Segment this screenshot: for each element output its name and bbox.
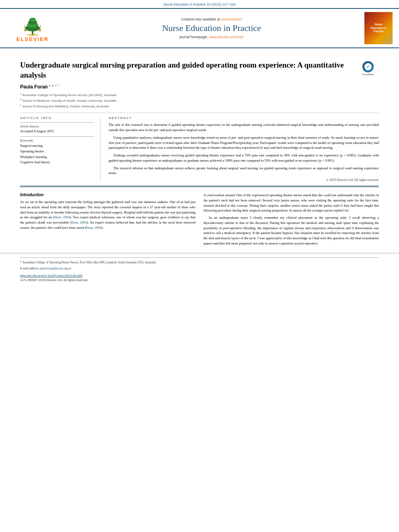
article-title: Undergraduate surgical nursing preparati…	[20, 60, 379, 80]
crossmark-badge[interactable]: ✓ CrossMark	[357, 60, 379, 76]
copyright-line: © 2015 Elsevier Ltd. All rights reserved…	[109, 178, 379, 182]
intro-para-3: As an undergraduate nurse I clearly reme…	[204, 215, 379, 246]
crossmark-symbol: ✓	[366, 65, 370, 69]
accepted-date: Accepted 9 August 2015	[20, 129, 95, 133]
article-info-abstract-section: ARTICLE INFO Article history: Accepted 9…	[20, 113, 379, 182]
author-superscript: a, b, c, *	[49, 84, 60, 87]
abstract-para-1: The aim of this research was to determin…	[109, 122, 379, 133]
divider	[20, 122, 95, 123]
abstract-para-3: Findings revealed undergraduates nurses …	[109, 153, 379, 163]
affiliations-block: a Australian College of Operating Room N…	[20, 92, 379, 109]
abstract-para-4: The research informs us that undergradua…	[109, 166, 379, 176]
thumbnail-text: NurseEducation inPractice	[371, 23, 387, 33]
svg-point-5	[29, 18, 36, 22]
footer-doi[interactable]: http://dx.doi.org/10.1016/j.nepr.2015.08…	[20, 274, 82, 277]
abstract-label: ABSTRACT	[109, 116, 379, 120]
journal-title: Nurse Education in Practice	[59, 23, 364, 33]
main-content: Undergraduate surgical nursing preparati…	[0, 48, 399, 182]
page-footer: * Australian College of Operating Room N…	[0, 253, 399, 286]
introduction-section: Introduction As we sat in the operating …	[0, 188, 399, 248]
keywords-list: Surgical nursing Operating theatre Workp…	[20, 143, 95, 165]
journal-header: ELSEVIER Contents lists available at Sci…	[0, 9, 399, 48]
history-label: Article history:	[20, 125, 95, 128]
intro-left-text: As we sat in the operating suite tearoom…	[20, 199, 195, 230]
keyword-4: Cognitive load theory	[20, 160, 95, 165]
intro-right-column: A conversation ensued. One of the experi…	[204, 193, 379, 248]
journal-reference: Nurse Education in Practice 16 (2016) 21…	[0, 0, 399, 8]
svg-point-9	[39, 29, 41, 31]
footer-email-line: E-mail address: paula.foran@acorn.org.au	[20, 266, 379, 271]
keywords-label: Keywords:	[20, 139, 95, 142]
keyword-2: Operating theatre	[20, 149, 95, 154]
journal-center: Contents lists available at ScienceDirec…	[59, 17, 364, 39]
ref-hunt-2004-1[interactable]: Hunt, 2004	[54, 215, 70, 219]
keyword-3: Workplace learning	[20, 154, 95, 160]
abstract-para-2: Using quantitative analyses, undergradua…	[109, 135, 379, 150]
svg-line-8	[40, 25, 41, 29]
intro-right-text: A conversation ensued. One of the experi…	[204, 193, 379, 246]
abstract-column: ABSTRACT The aim of this research was to…	[109, 116, 379, 182]
article-info-column: ARTICLE INFO Article history: Accepted 9…	[20, 116, 101, 182]
elsevier-tree-icon	[16, 14, 49, 36]
crossmark-label: CrossMark	[362, 73, 374, 76]
affiliation-a: a Australian College of Operating Room N…	[20, 92, 379, 98]
journal-thumbnail: NurseEducation inPractice	[364, 12, 393, 44]
intro-heading: Introduction	[20, 193, 195, 197]
intro-left-column: Introduction As we sat in the operating …	[20, 193, 195, 248]
author-name: Paula Foran	[20, 84, 48, 90]
affiliation-b: b School of Medicine, Faculty of Health,…	[20, 98, 379, 103]
svg-point-7	[24, 29, 27, 31]
intro-para-2: A conversation ensued. One of the experi…	[204, 193, 379, 213]
crossmark-inner: ✓	[364, 63, 372, 70]
footer-issn: 1471-5953/© 2015 Elsevier Ltd. All right…	[20, 278, 379, 282]
journal-homepage-line: journal homepage: www.elsevier.com/nepr	[59, 35, 364, 39]
footer-asterisk-note: * Australian College of Operating Room N…	[20, 260, 379, 265]
crossmark-circle: ✓	[362, 61, 374, 72]
ref-hunt-2004-3[interactable]: Hunt, 2004	[86, 226, 101, 230]
author-line: Paula Foran a, b, c, *	[20, 84, 379, 90]
homepage-url[interactable]: www.elsevier.com/nepr	[209, 35, 244, 39]
article-info-label: ARTICLE INFO	[20, 116, 95, 120]
abstract-text: The aim of this research was to determin…	[109, 122, 379, 176]
contents-available-line: Contents lists available at ScienceDirec…	[59, 17, 364, 21]
svg-line-6	[25, 25, 25, 29]
ref-hunt-2004-2[interactable]: Hunt, 2004	[71, 220, 87, 224]
elsevier-logo: ELSEVIER	[6, 14, 59, 42]
elsevier-brand-text: ELSEVIER	[16, 36, 49, 42]
footer-email[interactable]: paula.foran@acorn.org.au	[40, 267, 71, 270]
intro-para-1: As we sat in the operating suite tearoom…	[20, 199, 195, 230]
sciencedirect-link[interactable]: ScienceDirect	[221, 17, 242, 21]
divider2	[20, 136, 95, 137]
keyword-1: Surgical nursing	[20, 143, 95, 149]
affiliation-c: c School of Nursing and Midwifery, Deaki…	[20, 103, 379, 109]
